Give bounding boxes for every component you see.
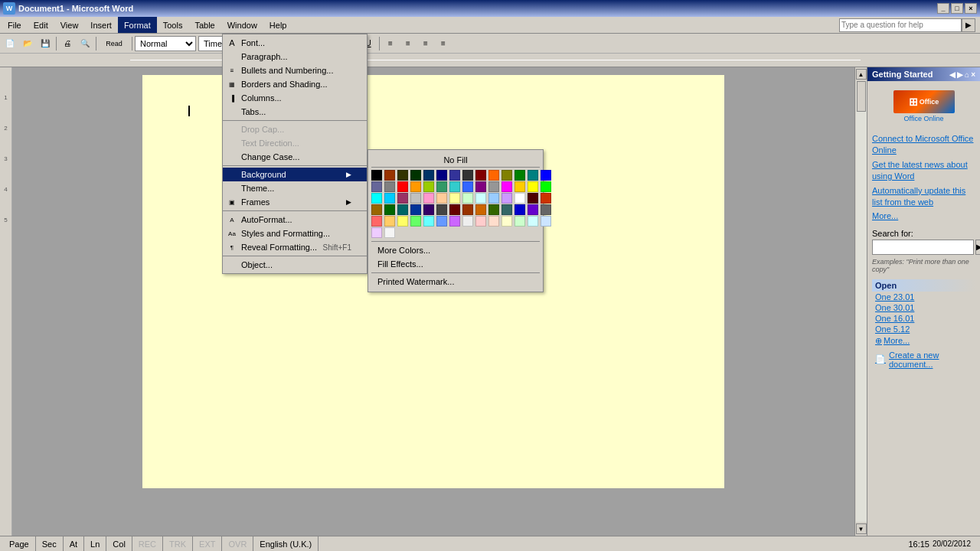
- color-cell[interactable]: [423, 216, 434, 227]
- open-more-link[interactable]: ⊕ More...: [872, 334, 975, 347]
- color-cell[interactable]: [371, 181, 382, 192]
- align-right-button[interactable]: ≡: [417, 35, 434, 52]
- open-button[interactable]: 📂: [19, 35, 36, 52]
- color-cell[interactable]: [541, 216, 551, 227]
- color-cell[interactable]: [436, 193, 447, 204]
- menu-font[interactable]: A Font...: [223, 36, 367, 50]
- justify-button[interactable]: ≡: [435, 35, 452, 52]
- color-cell[interactable]: [384, 204, 395, 215]
- menu-background[interactable]: Background ▶: [223, 168, 367, 181]
- color-cell[interactable]: [397, 181, 408, 192]
- more-colors-item[interactable]: More Colors...: [371, 243, 540, 257]
- menu-format[interactable]: Format: [118, 17, 157, 33]
- menu-columns[interactable]: ▐ Columns...: [223, 91, 367, 105]
- menu-borders[interactable]: ▦ Borders and Shading...: [223, 77, 367, 91]
- menu-autoformat[interactable]: A AutoFormat...: [223, 213, 367, 227]
- color-cell[interactable]: [449, 181, 460, 192]
- color-cell[interactable]: [528, 181, 538, 192]
- menu-reveal[interactable]: ¶ Reveal Formatting... Shift+F1: [223, 240, 367, 254]
- read-button[interactable]: Read: [99, 35, 129, 52]
- color-cell[interactable]: [462, 181, 473, 192]
- sidebar-forward-button[interactable]: ▶: [957, 70, 963, 79]
- color-cell[interactable]: [384, 216, 395, 227]
- menu-styles[interactable]: Aa Styles and Formatting...: [223, 227, 367, 240]
- color-cell[interactable]: [514, 204, 525, 215]
- open-item-3[interactable]: One 5.12: [872, 324, 975, 334]
- color-cell[interactable]: [462, 193, 473, 204]
- scroll-up-button[interactable]: ▲: [856, 69, 867, 80]
- open-item-1[interactable]: One 30.01: [872, 302, 975, 313]
- color-cell[interactable]: [449, 216, 460, 227]
- menu-frames[interactable]: ▣ Frames ▶: [223, 195, 367, 209]
- color-cell[interactable]: [410, 193, 421, 204]
- color-cell[interactable]: [528, 204, 538, 215]
- color-cell[interactable]: [475, 181, 486, 192]
- document-area[interactable]: [12, 67, 854, 536]
- color-cell[interactable]: [488, 170, 499, 181]
- color-cell[interactable]: [371, 193, 382, 204]
- color-cell[interactable]: [397, 170, 408, 181]
- menu-theme[interactable]: Theme...: [223, 181, 367, 195]
- menu-bullets[interactable]: ≡ Bullets and Numbering...: [223, 64, 367, 77]
- sidebar-search-button[interactable]: ▶: [975, 240, 980, 255]
- create-new-link[interactable]: 📄 Create a new document...: [872, 347, 975, 372]
- color-cell[interactable]: [410, 204, 421, 215]
- color-cell[interactable]: [436, 170, 447, 181]
- color-cell[interactable]: [541, 193, 551, 204]
- menu-edit[interactable]: Edit: [28, 17, 54, 33]
- sidebar-link-news[interactable]: Get the latest news about using Word: [872, 159, 975, 183]
- color-cell[interactable]: [528, 170, 538, 181]
- color-cell[interactable]: [371, 170, 382, 181]
- printed-watermark-item[interactable]: Printed Watermark...: [371, 275, 540, 289]
- color-cell[interactable]: [449, 193, 460, 204]
- color-cell[interactable]: [423, 170, 434, 181]
- color-cell[interactable]: [423, 204, 434, 215]
- color-cell[interactable]: [488, 204, 499, 215]
- color-cell[interactable]: [371, 204, 382, 215]
- scroll-track[interactable]: [856, 81, 867, 522]
- sidebar-more-link[interactable]: More...: [872, 210, 975, 222]
- color-cell[interactable]: [410, 216, 421, 227]
- menu-table[interactable]: Table: [188, 17, 220, 33]
- scroll-down-button[interactable]: ▼: [856, 523, 867, 534]
- color-cell[interactable]: [397, 204, 408, 215]
- color-cell[interactable]: [384, 170, 395, 181]
- print-button[interactable]: 🖨: [59, 35, 76, 52]
- close-button[interactable]: ×: [965, 3, 977, 14]
- menu-insert[interactable]: Insert: [84, 17, 118, 33]
- color-cell[interactable]: [488, 216, 499, 227]
- color-cell[interactable]: [371, 216, 382, 227]
- align-center-button[interactable]: ≡: [400, 35, 416, 52]
- fill-effects-item[interactable]: Fill Effects...: [371, 257, 540, 271]
- color-cell[interactable]: [528, 193, 538, 204]
- sidebar-search-input[interactable]: [872, 240, 974, 255]
- sidebar-back-button[interactable]: ◀: [949, 70, 956, 79]
- style-dropdown[interactable]: Normal: [135, 36, 196, 51]
- color-cell[interactable]: [371, 227, 382, 238]
- menu-file[interactable]: File: [2, 17, 28, 33]
- menu-paragraph[interactable]: Paragraph...: [223, 50, 367, 64]
- color-cell[interactable]: [449, 170, 460, 181]
- new-button[interactable]: 📄: [2, 35, 18, 52]
- menu-view[interactable]: View: [54, 17, 85, 33]
- print-preview-button[interactable]: 🔍: [77, 35, 93, 52]
- menu-help[interactable]: Help: [263, 17, 293, 33]
- color-cell[interactable]: [410, 181, 421, 192]
- color-cell[interactable]: [488, 193, 499, 204]
- save-button[interactable]: 💾: [37, 35, 54, 52]
- color-cell[interactable]: [462, 170, 473, 181]
- color-cell[interactable]: [501, 181, 512, 192]
- vertical-scrollbar[interactable]: ▲ ▼: [854, 67, 867, 536]
- menu-tools[interactable]: Tools: [157, 17, 189, 33]
- menu-drop-cap[interactable]: Drop Cap...: [223, 122, 367, 136]
- color-cell[interactable]: [462, 216, 473, 227]
- color-cell[interactable]: [501, 193, 512, 204]
- menu-object[interactable]: Object...: [223, 258, 367, 272]
- color-cell[interactable]: [384, 181, 395, 192]
- window-controls[interactable]: _ □ ×: [937, 3, 977, 14]
- align-left-button[interactable]: ≡: [382, 35, 399, 52]
- color-cell[interactable]: [501, 170, 512, 181]
- color-cell[interactable]: [541, 204, 551, 215]
- color-cell[interactable]: [436, 216, 447, 227]
- color-cell[interactable]: [462, 204, 473, 215]
